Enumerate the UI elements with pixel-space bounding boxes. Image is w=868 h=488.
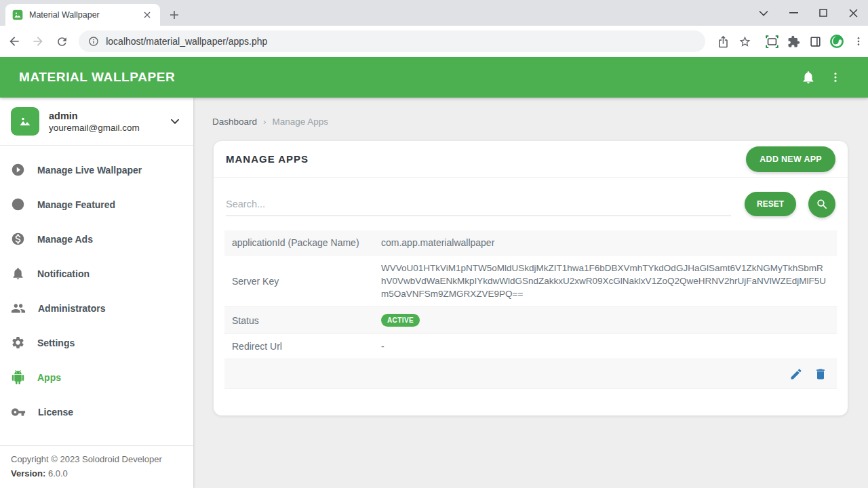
search-button[interactable] bbox=[808, 190, 835, 218]
tab-favicon-image-icon bbox=[12, 9, 23, 20]
profile-chevron-down-icon[interactable] bbox=[167, 114, 182, 129]
edit-pencil-icon[interactable] bbox=[788, 366, 804, 382]
screen-capture-extension-icon[interactable] bbox=[762, 32, 781, 51]
table-row-redirect-url: Redirect Url - bbox=[224, 334, 837, 359]
card-header: MANAGE APPS ADD NEW APP bbox=[214, 141, 848, 178]
profile-email: youremail@gmail.com bbox=[49, 123, 158, 133]
search-icon bbox=[816, 198, 829, 211]
side-panel-icon[interactable] bbox=[806, 32, 825, 51]
bookmark-star-icon[interactable] bbox=[735, 32, 754, 51]
version-text: Version: 6.0.0 bbox=[11, 468, 182, 479]
address-bar[interactable]: localhost/material_wallpaper/apps.php bbox=[79, 30, 705, 52]
browser-tab-strip: Material Wallpaper bbox=[0, 0, 868, 26]
new-tab-button[interactable] bbox=[167, 7, 182, 22]
row-label: Server Key bbox=[224, 256, 377, 306]
search-row: RESET bbox=[214, 178, 848, 230]
reload-icon[interactable] bbox=[52, 31, 72, 52]
tab-close-icon[interactable] bbox=[141, 9, 153, 21]
notifications-bell-icon[interactable] bbox=[795, 64, 822, 91]
table-row-application-id: applicationId (Package Name) com.app.mat… bbox=[224, 230, 837, 256]
window-controls bbox=[749, 0, 868, 26]
circle-icon bbox=[11, 197, 25, 211]
sidebar-item-settings[interactable]: Settings bbox=[0, 325, 193, 360]
add-new-app-button[interactable]: ADD NEW APP bbox=[746, 146, 835, 172]
key-icon bbox=[11, 405, 26, 420]
sidebar-item-label: Notification bbox=[37, 268, 90, 279]
row-label: applicationId (Package Name) bbox=[224, 230, 377, 255]
row-label: Status bbox=[224, 307, 377, 333]
gear-icon bbox=[11, 336, 25, 350]
share-icon[interactable] bbox=[713, 32, 732, 51]
main-content: Dashboard › Manage Apps MANAGE APPS ADD … bbox=[193, 98, 868, 488]
window-menu-chevron-icon[interactable] bbox=[749, 0, 778, 26]
copyright-text: Copyright © 2023 Solodroid Developer bbox=[11, 454, 182, 464]
row-label: Redirect Url bbox=[224, 334, 377, 359]
profile-extension-icon[interactable] bbox=[827, 32, 846, 51]
toolbar-right-icons bbox=[713, 32, 868, 51]
sidebar-item-label: License bbox=[38, 407, 73, 418]
dollar-circle-icon bbox=[11, 232, 25, 246]
bell-icon bbox=[11, 266, 25, 281]
breadcrumb-separator: › bbox=[263, 117, 267, 127]
row-value: WVVoU01HTkViM1pNTW5oMldUSkdjMkZIT1hwa1F6… bbox=[377, 256, 830, 306]
sidebar-item-apps[interactable]: Apps bbox=[0, 360, 193, 394]
url-text[interactable]: localhost/material_wallpaper/apps.php bbox=[106, 36, 267, 47]
sidebar-item-manage-featured[interactable]: Manage Featured bbox=[0, 187, 193, 222]
sidebar: admin youremail@gmail.com Manage Live Wa… bbox=[0, 98, 193, 488]
sidebar-menu: Manage Live Wallpaper Manage Featured Ma… bbox=[0, 146, 193, 445]
table-row-status: Status ACTIVE bbox=[224, 307, 837, 334]
sidebar-item-license[interactable]: License bbox=[0, 394, 193, 429]
sidebar-item-label: Manage Ads bbox=[37, 234, 93, 245]
site-info-icon[interactable] bbox=[88, 36, 99, 47]
browser-toolbar: localhost/material_wallpaper/apps.php bbox=[0, 26, 868, 57]
browser-tab[interactable]: Material Wallpaper bbox=[5, 4, 160, 26]
sidebar-item-administrators[interactable]: Administrators bbox=[0, 291, 193, 325]
version-label: Version: bbox=[11, 468, 45, 479]
avatar bbox=[11, 107, 39, 136]
status-badge: ACTIVE bbox=[381, 314, 420, 327]
breadcrumb-dashboard-link[interactable]: Dashboard bbox=[212, 117, 257, 127]
play-circle-icon bbox=[11, 163, 25, 177]
profile-info: admin youremail@gmail.com bbox=[49, 110, 158, 133]
window-maximize-icon[interactable] bbox=[808, 0, 838, 26]
row-value: - bbox=[377, 334, 837, 359]
forward-icon[interactable] bbox=[28, 31, 47, 52]
sidebar-item-label: Manage Live Wallpaper bbox=[37, 165, 142, 176]
profile-section[interactable]: admin youremail@gmail.com bbox=[0, 98, 193, 146]
sidebar-item-manage-live-wallpaper[interactable]: Manage Live Wallpaper bbox=[0, 152, 193, 187]
sidebar-item-label: Administrators bbox=[38, 303, 106, 314]
app-title: MATERIAL WALLPAPER bbox=[19, 70, 795, 85]
tab-title: Material Wallpaper bbox=[29, 10, 135, 20]
people-icon bbox=[11, 301, 26, 316]
window-close-icon[interactable] bbox=[838, 0, 868, 26]
android-icon bbox=[11, 370, 25, 384]
breadcrumb-current: Manage Apps bbox=[273, 117, 329, 127]
back-icon[interactable] bbox=[4, 31, 24, 52]
header-kebab-menu-icon[interactable] bbox=[822, 64, 849, 91]
reset-button[interactable]: RESET bbox=[745, 192, 796, 216]
sidebar-item-label: Manage Featured bbox=[37, 199, 115, 210]
search-input[interactable] bbox=[226, 192, 731, 216]
extensions-puzzle-icon[interactable] bbox=[784, 32, 803, 51]
sidebar-item-label: Settings bbox=[37, 338, 75, 348]
sidebar-item-notification[interactable]: Notification bbox=[0, 256, 193, 291]
version-value: 6.0.0 bbox=[45, 468, 68, 479]
app-header: MATERIAL WALLPAPER bbox=[0, 57, 868, 98]
table-row-server-key: Server Key WVVoU01HTkViM1pNTW5oMldUSkdjM… bbox=[224, 256, 837, 307]
table-row-actions bbox=[224, 359, 837, 389]
card-title: MANAGE APPS bbox=[226, 153, 746, 165]
delete-trash-icon[interactable] bbox=[812, 366, 829, 382]
profile-name: admin bbox=[49, 110, 158, 121]
sidebar-item-manage-ads[interactable]: Manage Ads bbox=[0, 222, 193, 256]
sidebar-footer: Copyright © 2023 Solodroid Developer Ver… bbox=[0, 445, 193, 488]
breadcrumb: Dashboard › Manage Apps bbox=[212, 117, 328, 127]
app-details-table: applicationId (Package Name) com.app.mat… bbox=[224, 230, 837, 389]
browser-menu-kebab-icon[interactable] bbox=[849, 32, 868, 51]
row-value: com.app.materialwallpaper bbox=[377, 230, 837, 255]
sidebar-item-label: Apps bbox=[37, 372, 61, 383]
manage-apps-card: MANAGE APPS ADD NEW APP RESET applicatio… bbox=[214, 141, 848, 415]
window-minimize-icon[interactable] bbox=[778, 0, 808, 26]
